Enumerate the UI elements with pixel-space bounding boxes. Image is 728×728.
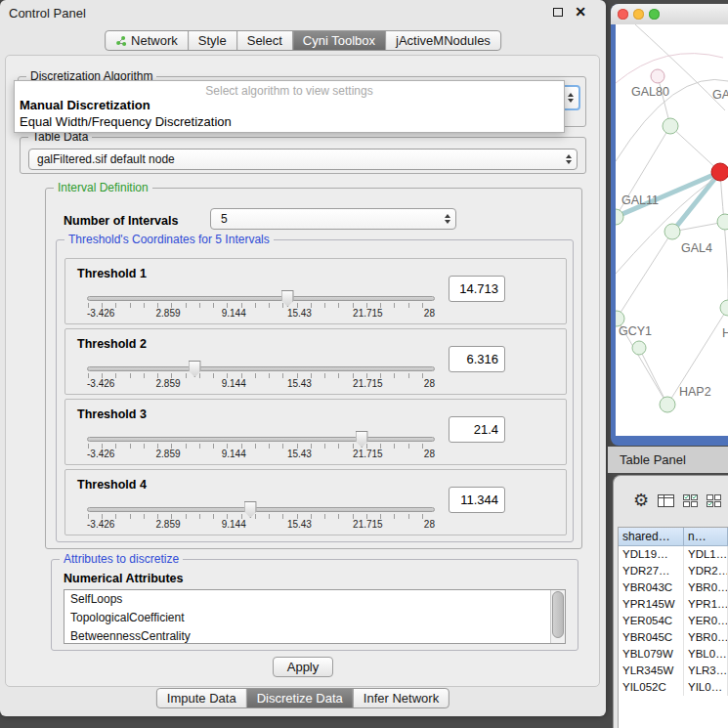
table-toolbar: ⚙ bbox=[614, 476, 728, 525]
table-cell: YBR0… bbox=[684, 579, 728, 596]
settings-gear-icon[interactable]: ⚙ bbox=[633, 492, 649, 509]
threshold-value-input[interactable] bbox=[449, 276, 505, 302]
network-edge[interactable] bbox=[616, 54, 723, 83]
network-node[interactable] bbox=[711, 163, 728, 181]
table-data-combobox[interactable]: galFiltered.sif default node bbox=[28, 149, 578, 170]
network-node[interactable] bbox=[717, 214, 728, 230]
tab-select[interactable]: Select bbox=[236, 31, 292, 50]
slider-track[interactable] bbox=[87, 366, 435, 371]
tab-network[interactable]: Network bbox=[106, 31, 188, 50]
scale-label: -3.426 bbox=[87, 378, 114, 389]
network-canvas[interactable]: GAL80GAGAL11GAL4GCY1HAP2H bbox=[616, 24, 728, 436]
network-icon bbox=[115, 35, 127, 47]
minimize-traffic-light[interactable] bbox=[633, 9, 644, 20]
table-row[interactable]: YLR345WYLR3… bbox=[619, 663, 728, 679]
float-window-icon[interactable] bbox=[553, 8, 563, 17]
slider-track[interactable] bbox=[87, 296, 435, 301]
table-row[interactable]: YPR145WYPR1… bbox=[619, 596, 728, 613]
scale-label: 21.715 bbox=[353, 449, 383, 459]
scale-label: 21.715 bbox=[353, 308, 383, 319]
table-cell: YBR0… bbox=[684, 629, 728, 646]
bottom-tab-infer-network[interactable]: Infer Network bbox=[353, 689, 449, 707]
apply-button[interactable]: Apply bbox=[273, 657, 333, 677]
scale-label: 15.43 bbox=[287, 308, 312, 319]
threshold-slider[interactable] bbox=[87, 501, 435, 521]
dropdown-option[interactable]: Equal Width/Frequency Discretization bbox=[15, 113, 564, 130]
thresholds-group: Threshold's Coordinates for 5 Intervals … bbox=[56, 239, 574, 542]
threshold-value-input[interactable] bbox=[449, 487, 505, 513]
dropdown-option[interactable]: Manual Discretization bbox=[15, 97, 564, 113]
table-row[interactable]: YDL19…YDL1… bbox=[619, 546, 728, 563]
slider-scale: -3.4262.8599.14415.4321.71528 bbox=[87, 308, 435, 319]
close-traffic-light[interactable] bbox=[618, 9, 628, 20]
scale-label: 9.144 bbox=[222, 449, 246, 459]
bottom-tab-impute-data[interactable]: Impute Data bbox=[157, 689, 246, 707]
table-cell: YLR345W bbox=[619, 663, 684, 679]
threshold-slider[interactable] bbox=[87, 361, 435, 380]
threshold-value-input[interactable] bbox=[449, 346, 505, 372]
select-functions-icon[interactable] bbox=[707, 494, 721, 507]
tab-label: Infer Network bbox=[364, 691, 439, 706]
tab-label: Network bbox=[131, 33, 178, 48]
combo-arrows-icon bbox=[568, 93, 574, 103]
algorithm-dropdown: Select algorithm to view settings Manual… bbox=[14, 80, 565, 133]
table-panel-header: Table Panel bbox=[608, 447, 728, 473]
column-header[interactable]: n… bbox=[684, 528, 728, 546]
network-node[interactable] bbox=[651, 69, 664, 83]
table-row[interactable]: YIL052CYIL0… bbox=[619, 679, 728, 696]
slider-track[interactable] bbox=[87, 437, 435, 442]
combo-arrows-icon bbox=[566, 154, 572, 164]
bottom-tabs: Impute DataDiscretize DataInfer Network bbox=[156, 688, 450, 708]
scale-label: 15.43 bbox=[287, 378, 312, 389]
numerical-attributes-label: Numerical Attributes bbox=[64, 572, 183, 585]
scale-label: 2.859 bbox=[156, 449, 181, 459]
slider-scale: -3.4262.8599.14415.4321.71528 bbox=[87, 378, 435, 389]
threshold-slider[interactable] bbox=[87, 431, 435, 450]
number-of-intervals-combobox[interactable]: 5 bbox=[210, 208, 456, 230]
table-cell: YDR2… bbox=[684, 563, 728, 579]
attribute-item[interactable]: TopologicalCoefficient bbox=[64, 609, 565, 627]
network-edge[interactable] bbox=[670, 126, 720, 172]
tab-style[interactable]: Style bbox=[188, 31, 236, 50]
scale-label: -3.426 bbox=[87, 308, 114, 319]
table-row[interactable]: YBL079WYBL0… bbox=[619, 646, 728, 663]
network-node[interactable] bbox=[663, 118, 678, 134]
network-node[interactable] bbox=[664, 224, 680, 239]
list-scrollbar[interactable] bbox=[550, 590, 565, 643]
columns-icon[interactable] bbox=[658, 494, 674, 507]
select-attributes-icon[interactable] bbox=[683, 494, 698, 507]
threshold-label: Threshold 3 bbox=[77, 407, 147, 421]
column-header[interactable]: shared… bbox=[619, 528, 684, 546]
network-node[interactable] bbox=[660, 397, 675, 412]
threshold-value-input[interactable] bbox=[449, 416, 505, 443]
threshold-slider[interactable] bbox=[87, 290, 435, 310]
network-edge[interactable] bbox=[617, 232, 672, 319]
attribute-item[interactable]: BetweennessCentrality bbox=[64, 627, 565, 644]
table-row[interactable]: YDR27…YDR2… bbox=[619, 563, 728, 579]
scale-label: 2.859 bbox=[156, 308, 181, 319]
slider-track[interactable] bbox=[87, 507, 435, 512]
network-node[interactable] bbox=[720, 300, 728, 316]
network-edge[interactable] bbox=[720, 172, 728, 308]
table-cell: YDR27… bbox=[619, 563, 684, 579]
bottom-tab-discretize-data[interactable]: Discretize Data bbox=[246, 689, 353, 707]
table-row[interactable]: YBR045CYBR0… bbox=[619, 629, 728, 646]
tab-cyni-toolbox[interactable]: Cyni Toolbox bbox=[292, 31, 385, 50]
table-cell: YBL0… bbox=[684, 646, 728, 663]
network-node-label: GAL4 bbox=[681, 241, 712, 255]
network-edge[interactable] bbox=[639, 348, 667, 405]
zoom-traffic-light[interactable] bbox=[649, 9, 660, 20]
tab-label: Discretize Data bbox=[257, 691, 343, 706]
table-row[interactable]: YBR043CYBR0… bbox=[619, 579, 728, 596]
attribute-item[interactable]: SelfLoops bbox=[64, 590, 565, 609]
scale-label: 28 bbox=[424, 378, 435, 389]
scale-label: 28 bbox=[424, 449, 435, 459]
tab-jactivemnodules[interactable]: jActiveMNodules bbox=[385, 31, 500, 50]
network-canvas-svg: GAL80GAGAL11GAL4GCY1HAP2H bbox=[616, 24, 728, 436]
network-node[interactable] bbox=[632, 341, 646, 355]
scrollbar-thumb[interactable] bbox=[552, 591, 564, 638]
table-header-row: shared…n… bbox=[619, 528, 728, 546]
number-of-intervals-label: Number of Intervals bbox=[64, 214, 178, 228]
table-row[interactable]: YER054CYER0… bbox=[619, 613, 728, 629]
close-window-icon[interactable]: ✕ bbox=[575, 4, 586, 20]
